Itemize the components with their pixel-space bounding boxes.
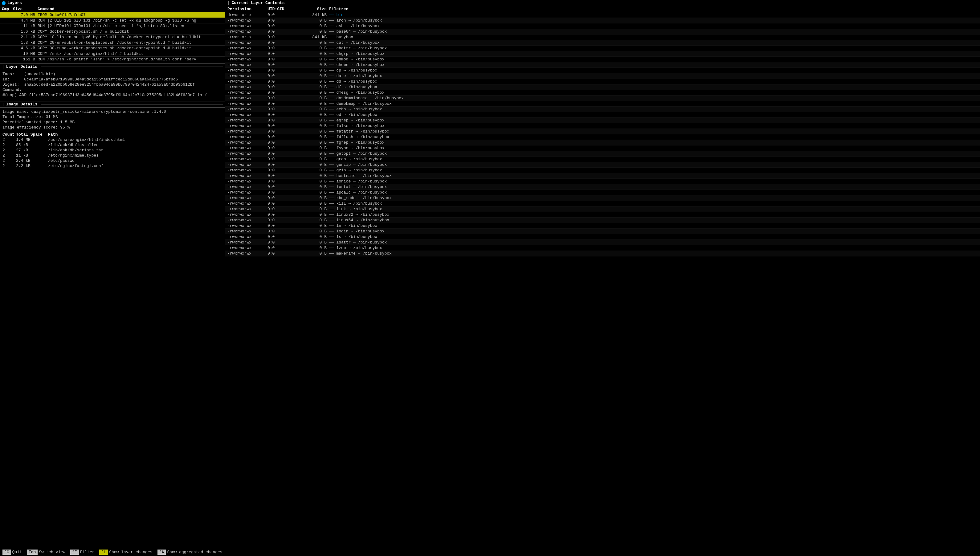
- file-row[interactable]: -rwxrwxrwx0:00 B ── egrep → /bin/busybox: [225, 118, 980, 123]
- file-row[interactable]: -rwxrwxrwx0:00 B ── ash → /bin/busybox: [225, 23, 980, 29]
- file-row[interactable]: -rwxrwxrwx0:00 B ── false → /bin/busybox: [225, 123, 980, 129]
- file-row[interactable]: -rwxr-xr-x0:0841 kB ── busybox: [225, 34, 980, 40]
- bottom-key[interactable]: ^AShow aggregated changes: [157, 550, 223, 555]
- file-row[interactable]: -rwxrwxrwx0:00 B ── lsattr → /bin/busybo…: [225, 240, 980, 245]
- file-row[interactable]: -rwxrwxrwx0:00 B ── fdflush → /bin/busyb…: [225, 134, 980, 140]
- file-row[interactable]: -rwxrwxrwx0:00 B ── getopt → /bin/busybo…: [225, 151, 980, 157]
- file-uid: 0:0: [268, 157, 298, 162]
- file-tree: ── grep → /bin/busybox: [329, 157, 978, 162]
- layer-row[interactable]: 7.0 MBFROM 0c4a0f1a7afeb07: [0, 12, 224, 18]
- file-uid: 0:0: [268, 90, 298, 95]
- layer-row[interactable]: 2.1 kBCOPY 10-listen-on-ipv6-by-default.…: [0, 34, 224, 40]
- file-row[interactable]: -rwxrwxrwx0:00 B ── gunzip → /bin/busybo…: [225, 162, 980, 168]
- layer-cmd: COPY 10-listen-on-ipv6-by-default.sh /do…: [37, 35, 223, 39]
- file-perm: -rwxrwxrwx: [228, 85, 268, 89]
- file-tree: ── gzip → /bin/busybox: [329, 168, 978, 173]
- file-row[interactable]: -rwxrwxrwx0:00 B ── ln → /bin/busybox: [225, 223, 980, 229]
- file-row[interactable]: -rwxrwxrwx0:00 B ── date → /bin/busybox: [225, 73, 980, 79]
- file-row[interactable]: -rwxrwxrwx0:00 B ── linux64 → /bin/busyb…: [225, 218, 980, 223]
- file-row[interactable]: drwxr-xr-x0:0841 kB── bin: [225, 12, 980, 18]
- file-row[interactable]: -rwxrwxrwx0:00 B ── dmesg → /bin/busybox: [225, 90, 980, 95]
- file-perm: -rwxrwxrwx: [228, 63, 268, 67]
- layer-size: 19 MB: [13, 52, 37, 56]
- bottom-key[interactable]: ^LShow layer changes: [99, 550, 152, 555]
- file-perm: -rwxrwxrwx: [228, 113, 268, 117]
- file-uid: 0:0: [268, 57, 298, 61]
- file-row[interactable]: -rwxrwxrwx0:00 B ── link → /bin/busybox: [225, 207, 980, 212]
- file-row[interactable]: -rwxrwxrwx0:00 B ── chown → /bin/busybox: [225, 62, 980, 68]
- wasted-count: 2: [2, 158, 15, 163]
- file-size: 0 B: [298, 85, 329, 89]
- left-panel: Layers Cmp Size Command 7.0 MBFROM 0c4a0…: [0, 0, 225, 548]
- file-row[interactable]: -rwxrwxrwx0:00 B ── kill → /bin/busybox: [225, 201, 980, 207]
- file-uid: 0:0: [268, 234, 298, 239]
- file-uid: 0:0: [268, 85, 298, 89]
- image-name: Image name: quay.io/petr_ruzicka/malware…: [2, 110, 222, 114]
- file-row[interactable]: -rwxrwxrwx0:00 B ── cat → /bin/busybox: [225, 40, 980, 45]
- wasted-row: 22.4 kB/etc/passwd: [2, 158, 222, 163]
- bottom-key[interactable]: ^FFilter: [70, 550, 94, 555]
- bottom-key[interactable]: ^CQuit: [2, 550, 22, 555]
- file-uid: 0:0: [268, 74, 298, 78]
- file-row[interactable]: -rwxrwxrwx0:00 B ── chgrp → /bin/busybox: [225, 51, 980, 57]
- file-size: 0 B: [298, 229, 329, 234]
- file-size: 0 B: [298, 57, 329, 61]
- wasted-path: /etc/nginx/fastcgi.conf: [48, 164, 222, 168]
- layer-row[interactable]: 1.3 kBCOPY 20-envsubst-on-templates.sh /…: [0, 40, 224, 45]
- layer-row[interactable]: 4.6 kBCOPY 30-tune-worker-processes.sh /…: [0, 45, 224, 51]
- file-tree: ── egrep → /bin/busybox: [329, 118, 978, 123]
- file-row[interactable]: -rwxrwxrwx0:00 B ── arch → /bin/busybox: [225, 18, 980, 23]
- file-row[interactable]: -rwxrwxrwx0:00 B ── fgrep → /bin/busybox: [225, 140, 980, 145]
- image-details-header: Image Details: [0, 102, 224, 108]
- file-perm: -rwxrwxrwx: [228, 201, 268, 206]
- file-row[interactable]: -rwxrwxrwx0:00 B ── ionice → /bin/busybo…: [225, 179, 980, 184]
- file-perm: -rwxrwxrwx: [228, 190, 268, 195]
- file-row[interactable]: -rwxrwxrwx0:00 B ── lzop → /bin/busybox: [225, 245, 980, 251]
- file-size: 0 B: [298, 146, 329, 150]
- file-row[interactable]: -rwxrwxrwx0:00 B ── fatattr → /bin/busyb…: [225, 129, 980, 134]
- file-perm: -rwxrwxrwx: [228, 196, 268, 200]
- layer-row[interactable]: 151 BRUN /bin/sh -c printf '%s\n' > /etc…: [0, 57, 224, 62]
- file-uid: 0:0: [268, 184, 298, 189]
- file-tree: ── dumpkmap → /bin/busybox: [329, 102, 978, 106]
- layer-row[interactable]: 4.4 MBRUN |2 UID=101 GID=101 /bin/sh -c …: [0, 18, 224, 23]
- file-row[interactable]: -rwxrwxrwx0:00 B ── login → /bin/busybox: [225, 229, 980, 234]
- file-row[interactable]: -rwxrwxrwx0:00 B ── grep → /bin/busybox: [225, 157, 980, 162]
- layers-col-size: Size: [13, 7, 37, 11]
- file-row[interactable]: -rwxrwxrwx0:00 B ── kbd_mode → /bin/busy…: [225, 196, 980, 201]
- file-row[interactable]: -rwxrwxrwx0:00 B ── dumpkmap → /bin/busy…: [225, 101, 980, 107]
- file-row[interactable]: -rwxrwxrwx0:00 B ── ipcalc → /bin/busybo…: [225, 190, 980, 196]
- file-row[interactable]: -rwxrwxrwx0:00 B ── cp → /bin/busybox: [225, 68, 980, 73]
- file-row[interactable]: -rwxrwxrwx0:00 B ── linux32 → /bin/busyb…: [225, 212, 980, 218]
- file-tree: ── kbd_mode → /bin/busybox: [329, 196, 978, 200]
- wasted-space-val: 2.2 kB: [16, 164, 47, 168]
- layer-row[interactable]: 1.6 kBCOPY docker-entrypoint.sh / # buil…: [0, 29, 224, 34]
- file-rows-container[interactable]: drwxr-xr-x0:0841 kB── bin-rwxrwxrwx0:00 …: [225, 12, 980, 548]
- file-size: 0 B: [298, 223, 329, 228]
- file-row[interactable]: -rwxrwxrwx0:00 B ── makemime → /bin/busy…: [225, 251, 980, 257]
- file-perm: -rwxrwxrwx: [228, 157, 268, 162]
- layer-details-header: Layer Details: [0, 64, 224, 70]
- file-row[interactable]: -rwxrwxrwx0:00 B ── chmod → /bin/busybox: [225, 57, 980, 62]
- file-row[interactable]: -rwxrwxrwx0:00 B ── gzip → /bin/busybox: [225, 168, 980, 173]
- file-row[interactable]: -rwxrwxrwx0:00 B ── dnsdomainname → /bin…: [225, 95, 980, 101]
- file-row[interactable]: -rwxrwxrwx0:00 B ── echo → /bin/busybox: [225, 107, 980, 112]
- layer-row[interactable]: 11 kBRUN |2 UID=101 GID=101 /bin/sh -c s…: [0, 23, 224, 29]
- file-row[interactable]: -rwxrwxrwx0:00 B ── hostname → /bin/busy…: [225, 173, 980, 179]
- file-row[interactable]: -rwxrwxrwx0:00 B ── fsync → /bin/busybox: [225, 145, 980, 151]
- file-size: 0 B: [298, 168, 329, 173]
- file-row[interactable]: -rwxrwxrwx0:00 B ── dd → /bin/busybox: [225, 79, 980, 84]
- layer-row[interactable]: 19 MBCOPY /mnt/ /usr/share/nginx/html/ #…: [0, 51, 224, 57]
- file-row[interactable]: -rwxrwxrwx0:00 B ── base64 → /bin/busybo…: [225, 29, 980, 34]
- file-size: 0 B: [298, 96, 329, 100]
- file-row[interactable]: -rwxrwxrwx0:00 B ── iostat → /bin/busybo…: [225, 184, 980, 190]
- file-row[interactable]: -rwxrwxrwx0:00 B ── df → /bin/busybox: [225, 84, 980, 90]
- file-row[interactable]: -rwxrwxrwx0:00 B ── ed → /bin/busybox: [225, 112, 980, 118]
- file-uid: 0:0: [268, 251, 298, 256]
- file-perm: -rwxrwxrwx: [228, 57, 268, 61]
- file-perm: -rwxrwxrwx: [228, 74, 268, 78]
- bottom-key[interactable]: TabSwitch view: [27, 550, 65, 555]
- file-row[interactable]: -rwxrwxrwx0:00 B ── ls → /bin/busybox: [225, 234, 980, 240]
- file-uid: 0:0: [268, 168, 298, 173]
- file-row[interactable]: -rwxrwxrwx0:00 B ── chattr → /bin/busybo…: [225, 45, 980, 51]
